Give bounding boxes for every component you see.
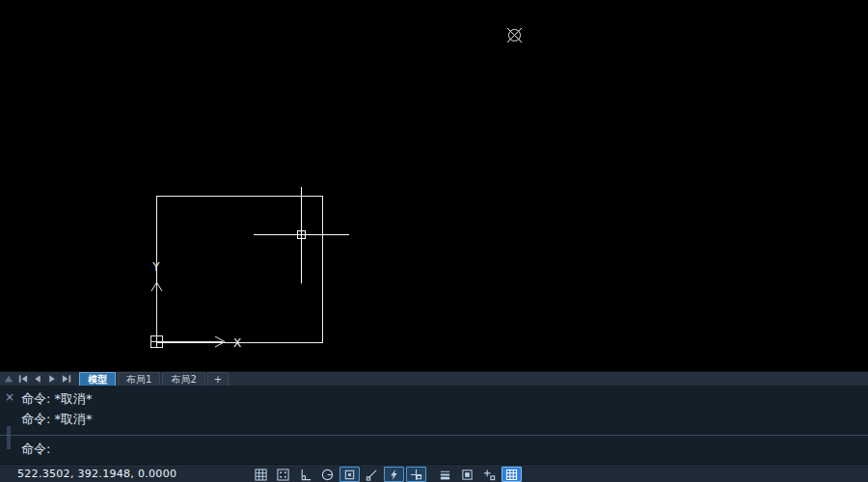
polar-tracking-icon <box>321 469 334 481</box>
crosshair-cursor <box>254 187 349 283</box>
next-tab-button[interactable] <box>45 373 59 386</box>
view-rotation-marker-icon <box>507 28 522 42</box>
canvas-graphics: Y X <box>0 0 868 371</box>
toggle-object-snap-tracking[interactable] <box>362 467 382 482</box>
first-tab-button[interactable] <box>16 373 30 386</box>
drawing-canvas[interactable]: Y X <box>0 0 868 371</box>
annotation-monitor-icon <box>483 469 496 481</box>
tab-scroll-up-icon[interactable] <box>2 373 15 386</box>
command-scrollbar[interactable] <box>7 426 11 449</box>
toggle-ortho-mode[interactable] <box>295 467 315 482</box>
tab-navigation <box>0 373 73 386</box>
customization-grid-icon <box>505 469 518 481</box>
cad-application-window: Y X <box>0 0 868 482</box>
ortho-icon <box>299 469 312 481</box>
ucs-icon <box>151 282 226 348</box>
command-history-line: 命令: *取消* <box>21 409 868 429</box>
triangle-up-icon <box>3 373 14 385</box>
snap-icon <box>277 469 289 481</box>
command-window[interactable]: × 命令: *取消* 命令: *取消* 命令: <box>0 386 868 464</box>
lineweight-icon <box>439 469 451 481</box>
toggle-dynamic-input[interactable] <box>406 467 426 482</box>
tab-layout2[interactable]: 布局2 <box>162 372 204 387</box>
toggle-quick-properties[interactable] <box>384 467 404 482</box>
ucs-y-label: Y <box>151 260 160 274</box>
lightning-icon <box>388 469 400 481</box>
object-snap-tracking-icon <box>366 469 378 481</box>
toggle-transparency[interactable] <box>457 467 477 482</box>
tab-model[interactable]: 模型 <box>79 372 116 387</box>
command-separator <box>0 435 868 436</box>
previous-tab-button[interactable] <box>31 373 44 386</box>
first-tab-icon <box>17 373 29 385</box>
add-layout-tab-button[interactable]: + <box>207 372 229 387</box>
toggle-annotation-monitor[interactable] <box>479 467 500 482</box>
ucs-x-label: X <box>233 336 241 350</box>
command-prompt-input[interactable]: 命令: <box>21 442 50 457</box>
status-bar: 522.3502, 392.1948, 0.0000 <box>0 464 868 482</box>
dynamic-input-icon <box>410 469 422 481</box>
command-history: 命令: *取消* 命令: *取消* <box>0 386 868 429</box>
next-tab-icon <box>46 373 58 385</box>
toggle-show-lineweight[interactable] <box>435 467 455 482</box>
toggle-object-snap[interactable] <box>339 467 360 482</box>
last-tab-icon <box>61 373 72 385</box>
status-toggle-group <box>251 466 522 482</box>
layout-tabs: 模型 布局1 布局2 + <box>79 372 229 387</box>
toggle-customization[interactable] <box>502 467 522 482</box>
object-snap-icon <box>343 469 356 481</box>
toggle-snap-mode[interactable] <box>273 467 293 482</box>
grid-icon <box>255 469 267 481</box>
last-tab-button[interactable] <box>60 373 73 386</box>
toggle-grid-display[interactable] <box>251 467 271 482</box>
transparency-icon <box>461 469 474 481</box>
command-history-line: 命令: *取消* <box>21 388 868 409</box>
close-icon[interactable]: × <box>5 391 14 403</box>
toggle-polar-tracking[interactable] <box>317 467 338 482</box>
layout-tab-bar: 模型 布局1 布局2 + <box>0 371 868 386</box>
previous-tab-icon <box>32 373 43 385</box>
drawn-rectangle[interactable] <box>157 197 323 343</box>
tab-layout1[interactable]: 布局1 <box>118 372 160 387</box>
coordinate-display: 522.3502, 392.1948, 0.0000 <box>17 468 176 480</box>
